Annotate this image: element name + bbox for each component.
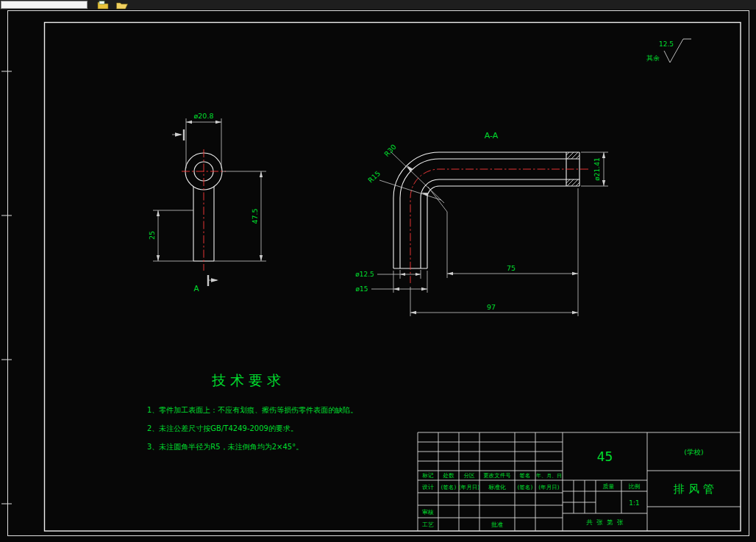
tech-req-item-1: 1、零件加工表面上：不应有划痕、擦伤等损伤零件表面的缺陷。 — [147, 406, 357, 414]
front-view: ø20.8 47.5 25 A — [148, 112, 266, 293]
tech-req-title: 技术要求 — [212, 372, 285, 388]
technical-requirements: 技术要求 1、零件加工表面上：不应有划痕、擦伤等损伤零件表面的缺陷。 2、未注公… — [147, 372, 357, 451]
tb-col-date: 年、月、日 — [536, 473, 562, 479]
tb-check: 审核 — [422, 509, 434, 516]
dim-od: ø15 — [356, 285, 368, 293]
tb-process: 工艺 — [422, 521, 434, 528]
dim-length-75: 75 — [507, 264, 516, 272]
surface-roughness-note: 12.5 其余 — [646, 39, 691, 63]
cad-drawing-canvas[interactable]: 12.5 其余 — [0, 0, 756, 542]
dim-length-97: 97 — [487, 303, 496, 311]
roughness-value: 12.5 — [659, 40, 674, 48]
roughness-note-text: 其余 — [646, 54, 660, 62]
tb-scale: 比例 — [629, 483, 641, 490]
tech-req-item-2: 2、未注公差尺寸按GB/T4249-2009的要求。 — [147, 424, 298, 432]
tb-material: 45 — [597, 449, 613, 464]
tb-col-sign: 签名 — [520, 472, 531, 479]
tb-col-doc: 更改文件号 — [483, 472, 511, 479]
dim-radius-inner: R15 — [366, 169, 382, 185]
section-view: A-A — [355, 131, 608, 316]
section-view-title: A-A — [485, 131, 499, 140]
sheet-frame — [1, 11, 749, 536]
tb-part-name: 排风管 — [673, 482, 718, 496]
tb-col-mark: 标记 — [422, 472, 435, 479]
tb-design: 设计 — [422, 484, 434, 491]
front-view-arrowheads — [157, 121, 263, 282]
tb-quality: 质量 — [603, 483, 615, 490]
tb-signname: (签名) — [441, 484, 457, 491]
tb-signdate-2: (年月日) — [538, 484, 559, 491]
dim-flange-od: ø21.41 — [593, 157, 601, 180]
front-dim-offset: 25 — [148, 231, 156, 240]
tb-col-count: 处数 — [443, 472, 455, 479]
front-dim-height: 47.5 — [251, 208, 259, 224]
frame-center-marks — [1, 71, 12, 504]
tech-req-item-3: 3、未注圆角半径为R5，未注倒角均为2×45°。 — [147, 443, 303, 451]
dim-bore: ø12.5 — [355, 271, 374, 278]
tb-standardize: 标准化 — [488, 484, 506, 491]
tb-approve: 批准 — [491, 521, 503, 528]
section-view-arrowheads — [393, 152, 605, 314]
title-block: 标记 处数 分区 更改文件号 签名 年、月、日 设计 (签名) (年月日) 标准… — [418, 432, 741, 531]
tb-signname-2: (签名) — [518, 484, 533, 491]
front-view-centerlines — [182, 149, 226, 271]
front-dim-diameter: ø20.8 — [194, 112, 214, 120]
section-label-a: A — [193, 284, 199, 293]
tb-col-zone: 分区 — [464, 472, 476, 479]
tb-signdate: (年月日) — [459, 484, 479, 491]
tb-school: (学校) — [684, 448, 703, 456]
tb-scale-value: 1:1 — [629, 499, 639, 507]
tb-sheets: 共 张 第 张 — [585, 518, 624, 526]
section-view-geometry — [393, 152, 580, 268]
